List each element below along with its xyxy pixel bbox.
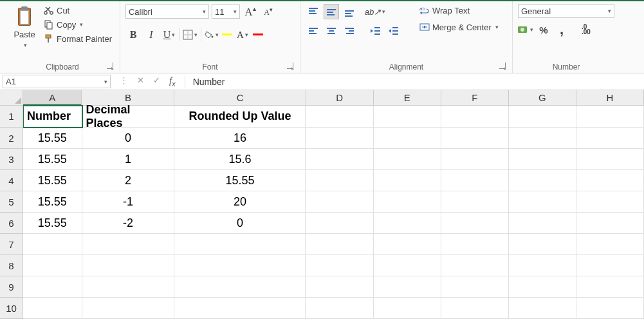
cell-F4[interactable] [441, 170, 509, 191]
cell-F1[interactable] [441, 106, 509, 128]
align-bottom-button[interactable] [342, 4, 357, 19]
cell-C10[interactable] [174, 298, 306, 319]
cell-B3[interactable]: 1 [82, 149, 175, 170]
cell-H1[interactable] [576, 106, 644, 128]
cell-F10[interactable] [441, 298, 509, 319]
cell-G5[interactable] [509, 191, 576, 213]
cell-A7[interactable] [23, 234, 82, 255]
cell-D5[interactable] [306, 191, 373, 213]
cell-A10[interactable] [23, 298, 82, 319]
row-header-6[interactable]: 6 [0, 213, 23, 234]
cell-D7[interactable] [306, 234, 373, 255]
cell-B6[interactable]: -2 [82, 213, 175, 234]
dialog-launcher-icon[interactable] [287, 62, 293, 69]
align-left-button[interactable] [306, 23, 321, 39]
format-painter-button[interactable]: Format Painter [41, 32, 115, 45]
cell-F8[interactable] [441, 255, 509, 276]
cell-G8[interactable] [509, 255, 576, 276]
cell-B8[interactable] [82, 255, 175, 276]
enter-icon[interactable]: ✓ [153, 75, 160, 88]
comma-format-button[interactable]: , [554, 22, 569, 37]
orientation-button[interactable]: ab↗▾ [367, 4, 383, 19]
cell-F3[interactable] [441, 149, 509, 170]
formula-input[interactable]: Number [185, 77, 644, 87]
cell-E2[interactable] [374, 128, 441, 149]
cell-E4[interactable] [374, 170, 441, 191]
cell-G1[interactable] [509, 106, 576, 128]
cell-G2[interactable] [509, 128, 576, 149]
cell-E7[interactable] [374, 234, 441, 255]
row-header-1[interactable]: 1 [0, 106, 23, 128]
wrap-text-button[interactable]: ab Wrap Text [417, 4, 501, 17]
cell-D10[interactable] [306, 298, 373, 319]
cell-A2[interactable]: 15.55 [23, 128, 82, 149]
column-header-C[interactable]: C [174, 90, 306, 106]
cell-G6[interactable] [509, 213, 576, 234]
cell-C6[interactable]: 0 [174, 213, 306, 234]
row-header-4[interactable]: 4 [0, 170, 23, 191]
cell-E8[interactable] [374, 255, 441, 276]
number-format-select[interactable]: General ▾ [518, 4, 614, 18]
font-name-select[interactable]: Calibri ▾ [125, 5, 209, 19]
paste-button[interactable]: Paste ▾ [10, 4, 39, 50]
grow-font-button[interactable]: A▴ [243, 4, 258, 19]
cell-C9[interactable] [174, 276, 306, 298]
accounting-format-button[interactable]: ▾ [518, 22, 533, 37]
dialog-launcher-icon[interactable] [107, 62, 113, 69]
cell-A3[interactable]: 15.55 [23, 149, 82, 170]
font-color-button[interactable]: A ▾ [235, 27, 250, 43]
cancel-icon[interactable]: ✕ [137, 75, 144, 88]
select-all-corner[interactable] [0, 90, 23, 106]
cell-H8[interactable] [576, 255, 644, 276]
shrink-font-button[interactable]: A▾ [261, 4, 276, 19]
increase-indent-button[interactable] [385, 23, 401, 39]
column-header-A[interactable]: A [23, 90, 82, 106]
cell-D2[interactable] [306, 128, 373, 149]
cell-C7[interactable] [174, 234, 306, 255]
cell-C5[interactable]: 20 [174, 191, 306, 213]
cell-H2[interactable] [576, 128, 644, 149]
cell-E9[interactable] [374, 276, 441, 298]
cell-C4[interactable]: 15.55 [174, 170, 306, 191]
cell-H7[interactable] [576, 234, 644, 255]
name-box[interactable]: A1 ▾ [3, 75, 111, 88]
cell-H4[interactable] [576, 170, 644, 191]
cell-F7[interactable] [441, 234, 509, 255]
cell-D3[interactable] [306, 149, 373, 170]
column-header-F[interactable]: F [441, 90, 509, 106]
cell-D8[interactable] [306, 255, 373, 276]
dialog-launcher-icon[interactable] [499, 62, 506, 69]
cell-G3[interactable] [509, 149, 576, 170]
cell-B10[interactable] [82, 298, 175, 319]
cell-E1[interactable] [374, 106, 441, 128]
fill-color-button[interactable]: ▾ [204, 27, 219, 43]
cell-C8[interactable] [174, 255, 306, 276]
cell-F5[interactable] [441, 191, 509, 213]
cell-E3[interactable] [374, 149, 441, 170]
column-header-D[interactable]: D [306, 90, 374, 106]
copy-button[interactable]: Copy ▾ [41, 18, 115, 31]
cell-G4[interactable] [509, 170, 576, 191]
cell-A6[interactable]: 15.55 [23, 213, 82, 234]
cell-H9[interactable] [576, 276, 644, 298]
cell-C1[interactable]: Rounded Up Value [174, 106, 306, 128]
column-header-E[interactable]: E [374, 90, 441, 106]
row-header-5[interactable]: 5 [0, 191, 23, 213]
cell-G10[interactable] [509, 298, 576, 319]
row-header-3[interactable]: 3 [0, 149, 23, 170]
cell-B4[interactable]: 2 [82, 170, 175, 191]
column-header-H[interactable]: H [576, 90, 644, 106]
cell-A1[interactable]: Number [23, 106, 82, 128]
italic-button[interactable]: I [143, 27, 159, 43]
cell-G7[interactable] [509, 234, 576, 255]
cell-B5[interactable]: -1 [82, 191, 175, 213]
align-middle-button[interactable] [324, 4, 339, 19]
cell-E5[interactable] [374, 191, 441, 213]
underline-button[interactable]: U▾ [161, 27, 177, 43]
cell-F6[interactable] [441, 213, 509, 234]
cell-A5[interactable]: 15.55 [23, 191, 82, 213]
merge-center-button[interactable]: Merge & Center ▾ [417, 21, 501, 34]
cell-A4[interactable]: 15.55 [23, 170, 82, 191]
align-center-button[interactable] [324, 23, 339, 39]
cell-E10[interactable] [374, 298, 441, 319]
